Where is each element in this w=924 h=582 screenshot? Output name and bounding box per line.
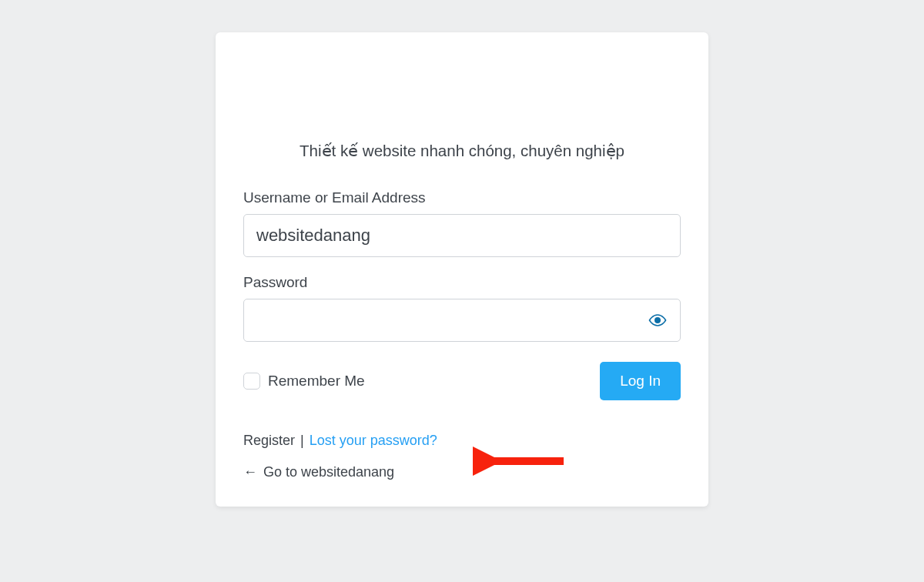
back-to-site-link[interactable]: ← Go to websitedanang bbox=[243, 464, 681, 480]
username-input[interactable] bbox=[243, 214, 681, 257]
password-label: Password bbox=[243, 274, 681, 291]
svg-point-0 bbox=[655, 318, 660, 323]
password-input[interactable] bbox=[243, 299, 681, 342]
remember-me[interactable]: Remember Me bbox=[243, 373, 365, 390]
eye-icon bbox=[648, 311, 667, 329]
login-button[interactable]: Log In bbox=[600, 362, 681, 400]
username-group: Username or Email Address bbox=[243, 189, 681, 257]
arrow-left-icon: ← bbox=[243, 464, 257, 480]
login-card: Thiết kế website nhanh chóng, chuyên ngh… bbox=[216, 32, 708, 507]
back-label: Go to websitedanang bbox=[263, 464, 394, 480]
tagline: Thiết kế website nhanh chóng, chuyên ngh… bbox=[243, 142, 681, 160]
password-group: Password bbox=[243, 274, 681, 342]
remember-login-row: Remember Me Log In bbox=[243, 362, 681, 400]
lost-password-link[interactable]: Lost your password? bbox=[310, 433, 437, 448]
remember-label: Remember Me bbox=[268, 373, 365, 390]
separator: | bbox=[300, 433, 304, 448]
show-password-button[interactable] bbox=[645, 308, 670, 333]
nav-links: Register | Lost your password? bbox=[243, 433, 681, 449]
remember-checkbox[interactable] bbox=[243, 373, 260, 390]
register-link[interactable]: Register bbox=[243, 433, 295, 448]
username-label: Username or Email Address bbox=[243, 189, 681, 206]
